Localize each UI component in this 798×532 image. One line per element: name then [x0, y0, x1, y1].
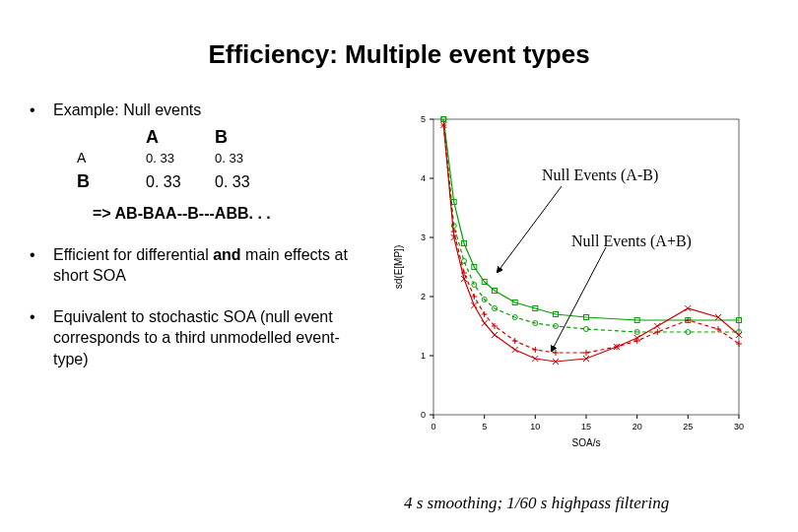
- cell-B-B: 0. 33: [215, 171, 284, 193]
- bullet-1-lead: Example: Null events: [53, 100, 365, 121]
- chart-caption: 4 s smoothing; 1/60 s highpass filtering: [404, 494, 669, 513]
- row-label-B: B: [77, 169, 146, 193]
- col-header-B: B: [215, 125, 284, 149]
- null-event-table: A B A 0. 33 0. 33 B 0. 33 0. 33: [77, 125, 365, 193]
- left-column: • Example: Null events A B A 0. 33 0. 33: [0, 100, 365, 388]
- col-header-A: A: [146, 125, 215, 149]
- arrow-a-minus-b: [498, 186, 562, 272]
- content-row: • Example: Null events A B A 0. 33 0. 33: [0, 100, 798, 388]
- page-title: Efficiency: Multiple event types: [0, 0, 798, 70]
- bullet-1: • Example: Null events A B A 0. 33 0. 33: [30, 100, 365, 225]
- svg-text:30: 30: [734, 422, 744, 432]
- right-column: 0 1 2 3 4 5 0 5 10 15 20 25 30 SOA/s sd(…: [365, 100, 768, 388]
- annotation-a-plus-b: Null Events (A+B): [571, 233, 692, 250]
- bullet-3: • Equivalent to stochastic SOA (null eve…: [30, 306, 365, 370]
- cell-A-A: 0. 33: [146, 150, 215, 167]
- arrow-a-plus-b: [552, 247, 606, 351]
- cell-A-B: 0. 33: [215, 150, 284, 167]
- row-label-A: A: [77, 149, 146, 167]
- sequence-line: => AB-BAA--B---ABB. . .: [93, 203, 365, 225]
- bullet-2: • Efficient for differential and main ef…: [30, 244, 365, 287]
- cell-B-A: 0. 33: [146, 171, 215, 193]
